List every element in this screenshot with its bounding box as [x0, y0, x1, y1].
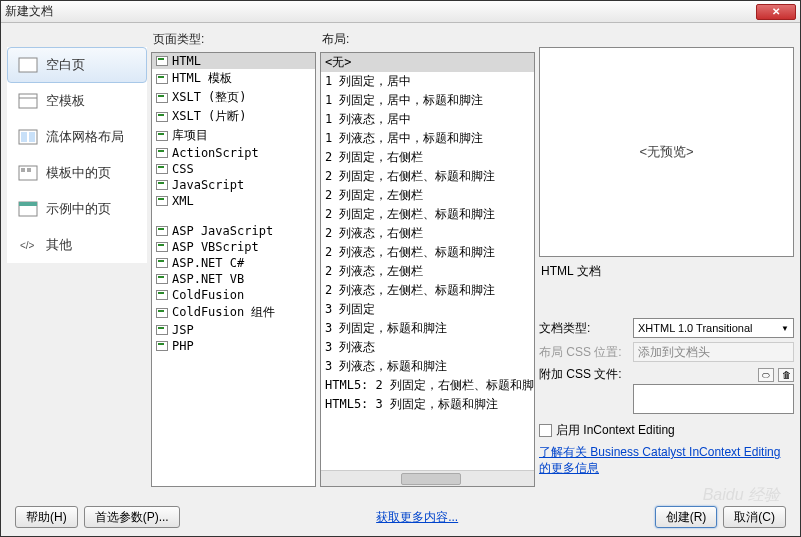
pagetype-item[interactable]: JSP: [152, 322, 315, 338]
layout-item[interactable]: 2 列固定，左侧栏、标题和脚注: [321, 205, 534, 224]
layout-item[interactable]: <无>: [321, 53, 534, 72]
category-item[interactable]: 流体网格布局: [7, 119, 147, 155]
layout-item[interactable]: 2 列液态，左侧栏: [321, 262, 534, 281]
category-item[interactable]: 示例中的页: [7, 191, 147, 227]
link-css-icon[interactable]: ⬭: [758, 368, 774, 382]
layout-label: <无>: [325, 54, 351, 71]
layout-item[interactable]: 3 列固定: [321, 300, 534, 319]
layout-item[interactable]: 2 列液态，右侧栏、标题和脚注: [321, 243, 534, 262]
file-icon: [156, 56, 168, 66]
remove-css-icon[interactable]: 🗑: [778, 368, 794, 382]
layout-item[interactable]: 1 列液态，居中，标题和脚注: [321, 129, 534, 148]
layout-item[interactable]: 3 列固定，标题和脚注: [321, 319, 534, 338]
pagetype-item[interactable]: ColdFusion: [152, 287, 315, 303]
layout-scrollbar-h[interactable]: [321, 470, 534, 486]
layout-item[interactable]: 2 列液态，右侧栏: [321, 224, 534, 243]
layoutcss-label: 布局 CSS 位置:: [539, 344, 629, 361]
svg-rect-8: [27, 168, 31, 172]
category-item[interactable]: 空白页: [7, 47, 147, 83]
category-label: 模板中的页: [46, 164, 111, 182]
pagetype-label: CSS: [172, 162, 194, 176]
category-label: 空白页: [46, 56, 85, 74]
pagetype-label: HTML: [172, 54, 201, 68]
category-icon: [18, 129, 38, 145]
pagetype-item[interactable]: JavaScript: [152, 177, 315, 193]
pagetype-item[interactable]: ASP VBScript: [152, 239, 315, 255]
create-button[interactable]: 创建(R): [655, 506, 718, 528]
layout-label: 3 列固定: [325, 301, 375, 318]
svg-rect-4: [21, 132, 27, 142]
layout-item[interactable]: 1 列固定，居中，标题和脚注: [321, 91, 534, 110]
category-icon: </>: [18, 237, 38, 253]
layout-label: 2 列液态，左侧栏、标题和脚注: [325, 282, 495, 299]
preview-placeholder: <无预览>: [639, 143, 693, 161]
layout-label: 1 列液态，居中: [325, 111, 411, 128]
help-button[interactable]: 帮助(H): [15, 506, 78, 528]
close-button[interactable]: ✕: [756, 4, 796, 20]
file-icon: [156, 242, 168, 252]
pagetype-item[interactable]: ASP.NET VB: [152, 271, 315, 287]
layout-item[interactable]: HTML5: 2 列固定，右侧栏、标题和脚注: [321, 376, 534, 395]
pagetype-item[interactable]: ASP.NET C#: [152, 255, 315, 271]
category-item[interactable]: </>其他: [7, 227, 147, 263]
category-label: 空模板: [46, 92, 85, 110]
file-icon: [156, 341, 168, 351]
layoutcss-row: 布局 CSS 位置: 添加到文档头: [539, 340, 794, 364]
pagetype-item[interactable]: HTML 模板: [152, 69, 315, 88]
incontext-checkbox[interactable]: [539, 424, 552, 437]
pagetype-label: XSLT (整页): [172, 89, 247, 106]
layout-label: 2 列液态，右侧栏、标题和脚注: [325, 244, 495, 261]
file-icon: [156, 308, 168, 318]
category-item[interactable]: 空模板: [7, 83, 147, 119]
content-area: 空白页空模板流体网格布局模板中的页示例中的页</>其他 页面类型: HTMLHT…: [1, 23, 800, 493]
pagetype-item[interactable]: HTML: [152, 53, 315, 69]
pagetype-label: 库项目: [172, 127, 208, 144]
incontext-learn-link[interactable]: 了解有关 Business Catalyst InContext Editing…: [539, 441, 794, 476]
category-icon: [18, 57, 38, 73]
pagetype-item[interactable]: PHP: [152, 338, 315, 354]
category-item[interactable]: 模板中的页: [7, 155, 147, 191]
pagetype-label: PHP: [172, 339, 194, 353]
file-icon: [156, 74, 168, 84]
pagetype-item[interactable]: XSLT (整页): [152, 88, 315, 107]
pagetype-item[interactable]: CSS: [152, 161, 315, 177]
category-label: 流体网格布局: [46, 128, 124, 146]
layout-item[interactable]: 1 列固定，居中: [321, 72, 534, 91]
layoutcss-input: 添加到文档头: [633, 342, 794, 362]
layout-item[interactable]: 2 列固定，右侧栏: [321, 148, 534, 167]
svg-rect-1: [19, 94, 37, 108]
layout-listbox[interactable]: <无>1 列固定，居中1 列固定，居中，标题和脚注1 列液态，居中1 列液态，居…: [320, 52, 535, 487]
file-icon: [156, 131, 168, 141]
prefs-button[interactable]: 首选参数(P)...: [84, 506, 180, 528]
pagetype-label: ASP.NET C#: [172, 256, 244, 270]
pagetype-item[interactable]: ASP JavaScript: [152, 223, 315, 239]
pagetype-item[interactable]: 库项目: [152, 126, 315, 145]
layout-item[interactable]: 2 列固定，左侧栏: [321, 186, 534, 205]
file-icon: [156, 180, 168, 190]
svg-rect-0: [19, 58, 37, 72]
incontext-label: 启用 InContext Editing: [556, 422, 675, 439]
layout-item[interactable]: 1 列液态，居中: [321, 110, 534, 129]
cancel-button[interactable]: 取消(C): [723, 506, 786, 528]
pagetype-item[interactable]: XSLT (片断): [152, 107, 315, 126]
pagetype-label: JavaScript: [172, 178, 244, 192]
pagetype-item[interactable]: ActionScript: [152, 145, 315, 161]
layout-item[interactable]: HTML5: 3 列固定，标题和脚注: [321, 395, 534, 414]
pagetype-label: ColdFusion: [172, 288, 244, 302]
layout-item[interactable]: 2 列液态，左侧栏、标题和脚注: [321, 281, 534, 300]
pagetype-item[interactable]: XML: [152, 193, 315, 209]
layout-item[interactable]: 2 列固定，右侧栏、标题和脚注: [321, 167, 534, 186]
file-icon: [156, 196, 168, 206]
layout-item[interactable]: 3 列液态，标题和脚注: [321, 357, 534, 376]
layout-label: 2 列固定，右侧栏、标题和脚注: [325, 168, 495, 185]
pagetype-label: ASP.NET VB: [172, 272, 244, 286]
file-icon: [156, 112, 168, 122]
layout-item[interactable]: 3 列液态: [321, 338, 534, 357]
get-more-link[interactable]: 获取更多内容...: [376, 510, 458, 524]
attachcss-row: 附加 CSS 文件: ⬭ 🗑: [539, 364, 794, 416]
pagetype-listbox[interactable]: HTMLHTML 模板XSLT (整页)XSLT (片断)库项目ActionSc…: [151, 52, 316, 487]
pagetype-item[interactable]: ColdFusion 组件: [152, 303, 315, 322]
layout-label: 1 列固定，居中，标题和脚注: [325, 92, 483, 109]
attachcss-listbox[interactable]: [633, 384, 794, 414]
doctype-select[interactable]: XHTML 1.0 Transitional ▼: [633, 318, 794, 338]
